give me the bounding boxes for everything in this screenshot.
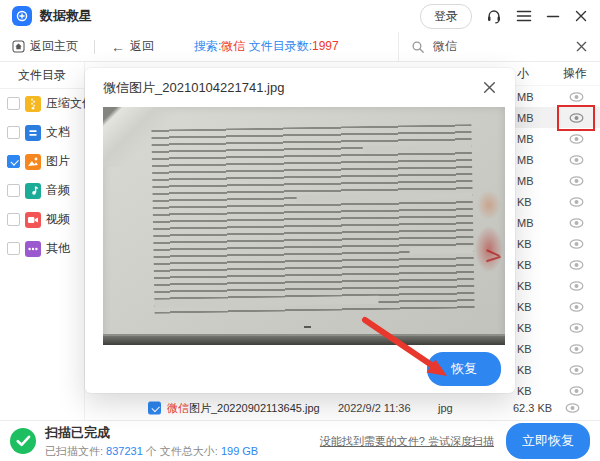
- table-row[interactable]: MB: [515, 170, 600, 191]
- login-button[interactable]: 登录: [420, 4, 472, 29]
- sidebar-item-video[interactable]: 视频: [0, 205, 84, 234]
- table-row[interactable]: MB: [515, 149, 600, 170]
- red-stamp: [477, 190, 501, 220]
- table-row[interactable]: KB: [515, 191, 600, 212]
- file-type: jpg: [438, 402, 453, 414]
- preview-eye-button[interactable]: [561, 214, 591, 232]
- search-term: 微信: [221, 39, 245, 53]
- search-summary: 搜索:微信 文件目录数:1997: [194, 38, 339, 55]
- recover-now-button[interactable]: 立即恢复: [506, 423, 590, 459]
- file-size: MB: [515, 175, 551, 187]
- back-button[interactable]: ← 返回: [111, 38, 154, 55]
- preview-eye-button[interactable]: [561, 109, 591, 127]
- file-size: KB: [515, 259, 551, 271]
- toolbar-divider: [94, 40, 95, 54]
- table-row[interactable]: MB: [515, 107, 600, 128]
- table-row[interactable]: KB: [515, 338, 600, 359]
- preview-eye-button[interactable]: [561, 319, 591, 337]
- total-size-value: 199 GB: [221, 445, 258, 457]
- red-stamp: [475, 226, 503, 272]
- preview-eye-button[interactable]: [561, 193, 591, 211]
- home-button-label: 返回主页: [30, 38, 78, 55]
- deep-scan-link[interactable]: 没能找到需要的文件? 尝试深度扫描: [320, 434, 494, 449]
- table-row[interactable]: MB: [515, 128, 600, 149]
- minimize-icon[interactable]: [546, 9, 560, 23]
- sidebar-item-label: 图片: [46, 153, 70, 170]
- table-row[interactable]: KB: [515, 359, 600, 380]
- file-size: MB: [515, 91, 551, 103]
- text-gap: [155, 296, 379, 308]
- video-file-icon: [25, 212, 41, 228]
- sidebar-item-label: 其他: [46, 240, 70, 257]
- sidebar-item-documents[interactable]: 文档: [0, 118, 84, 147]
- preview-eye-button[interactable]: [561, 151, 591, 169]
- size-column-header: 小: [515, 65, 557, 82]
- search-box[interactable]: [398, 32, 600, 61]
- sidebar-item-audio[interactable]: 音频: [0, 176, 84, 205]
- text-gap: [363, 145, 472, 154]
- menu-icon[interactable]: [516, 9, 532, 23]
- scan-complete-check-icon: [10, 428, 36, 454]
- preview-eye-button[interactable]: [561, 172, 591, 190]
- file-table-right-columns: 小 操作 MB MB MB MB MB KB MB KB KB KB KB KB…: [515, 62, 600, 420]
- file-size: KB: [515, 364, 551, 376]
- sidebar-item-label: 文档: [46, 124, 70, 141]
- preview-eye-button[interactable]: [561, 88, 591, 106]
- preview-eye-button[interactable]: [561, 235, 591, 253]
- search-prefix: 搜索:: [194, 39, 221, 53]
- scan-status-texts: 扫描已完成 已扫描文件:837231个 文件总大小:199 GB: [45, 424, 261, 459]
- table-row[interactable]: KB: [515, 275, 600, 296]
- preview-eye-button[interactable]: [561, 298, 591, 316]
- archive-checkbox[interactable]: [7, 97, 20, 110]
- page-number-mark: [304, 326, 311, 328]
- table-row[interactable]: KB: [515, 233, 600, 254]
- preview-eye-button[interactable]: [561, 130, 591, 148]
- photo-table-edge: [103, 334, 505, 345]
- photo-preview: [103, 107, 505, 345]
- close-icon[interactable]: [574, 9, 588, 23]
- preview-eye-button[interactable]: [561, 277, 591, 295]
- table-row[interactable]: KB: [515, 296, 600, 317]
- table-row[interactable]: KB: [515, 317, 600, 338]
- preview-eye-button[interactable]: [561, 256, 591, 274]
- scanned-files-suffix: 个: [146, 445, 157, 457]
- search-icon: [411, 40, 425, 54]
- recover-button[interactable]: 恢复: [427, 352, 501, 386]
- images-checkbox[interactable]: [7, 155, 20, 168]
- preview-modal: 微信图片_20210104221741.jpg 恢复: [85, 68, 515, 393]
- audio-checkbox[interactable]: [7, 184, 20, 197]
- sidebar-item-label: 视频: [46, 211, 70, 228]
- toolbar: 返回主页 ← 返回 搜索:微信 文件目录数:1997: [0, 32, 600, 62]
- preview-eye-button[interactable]: [561, 361, 591, 379]
- clear-search-icon[interactable]: [575, 40, 588, 53]
- table-row[interactable]: MB: [515, 212, 600, 233]
- file-size: KB: [515, 301, 551, 313]
- sidebar-item-archive[interactable]: 压缩文件: [0, 89, 84, 118]
- count-label: 文件目录数:: [245, 39, 312, 53]
- file-table-row-visible[interactable]: 微信图片_20220902113645.jpg 2022/9/2 11:36 j…: [85, 397, 600, 419]
- count-value: 1997: [312, 39, 339, 53]
- sidebar-item-images[interactable]: 图片: [0, 147, 84, 176]
- file-size: MB: [515, 217, 551, 229]
- search-input[interactable]: [433, 40, 575, 54]
- file-size: MB: [515, 133, 551, 145]
- video-checkbox[interactable]: [7, 213, 20, 226]
- action-column-header: 操作: [557, 65, 587, 82]
- table-row[interactable]: KB: [515, 254, 600, 275]
- scanned-files-label: 已扫描文件:: [45, 445, 103, 457]
- file-row-checkbox[interactable]: [148, 402, 161, 415]
- other-checkbox[interactable]: [7, 242, 20, 255]
- app-window: 数据救星 登录 返回主页 ← 返回 搜索:微信 文件目录数:1997: [0, 0, 600, 461]
- preview-eye-button[interactable]: [557, 403, 587, 413]
- file-name: 微信图片_20220902113645.jpg: [167, 401, 320, 416]
- support-headset-icon[interactable]: [486, 8, 502, 24]
- table-row[interactable]: MB: [515, 86, 600, 107]
- title-bar: 数据救星 登录: [0, 0, 600, 32]
- sidebar-item-other[interactable]: 其他: [0, 234, 84, 263]
- home-button[interactable]: 返回主页: [12, 38, 78, 55]
- modal-close-icon[interactable]: [482, 80, 497, 95]
- file-size: KB: [515, 343, 551, 355]
- preview-eye-button[interactable]: [561, 340, 591, 358]
- documents-checkbox[interactable]: [7, 126, 20, 139]
- file-size: MB: [515, 154, 551, 166]
